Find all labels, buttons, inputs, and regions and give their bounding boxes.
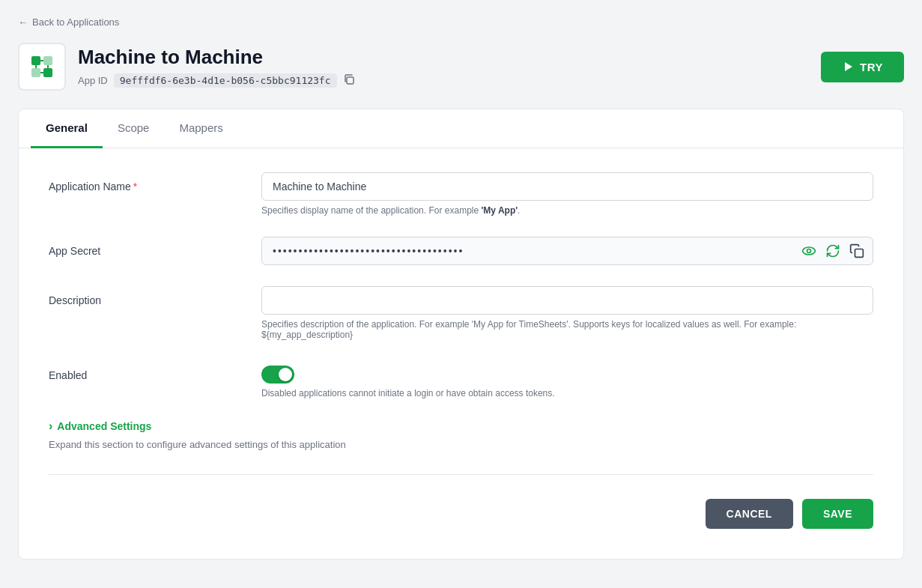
input-col-app-name: Specifies display name of the applicatio… <box>261 172 873 216</box>
reveal-secret-button[interactable] <box>800 242 818 260</box>
description-input[interactable] <box>261 286 873 315</box>
toggle-wrapper <box>261 361 873 384</box>
app-header-left: Machine to Machine App ID 9efffdf6-6e3b-… <box>18 43 355 91</box>
cancel-button[interactable]: CANCEL <box>706 499 793 529</box>
regenerate-secret-button[interactable] <box>824 242 842 260</box>
svg-rect-3 <box>43 68 52 77</box>
tabs-header: General Scope Mappers <box>19 109 903 148</box>
app-name-input[interactable] <box>261 172 873 201</box>
input-col-enabled: Disabled applications cannot initiate a … <box>261 361 873 398</box>
back-arrow-icon: ← <box>18 16 28 28</box>
app-id-value: 9efffdf6-6e3b-4d1e-b056-c5bbc91123fc <box>114 73 337 88</box>
secret-actions <box>800 242 866 260</box>
eye-icon <box>801 243 816 258</box>
app-id-row: App ID 9efffdf6-6e3b-4d1e-b056-c5bbc9112… <box>78 73 355 88</box>
app-logo-svg <box>28 53 55 80</box>
svg-rect-8 <box>347 77 354 84</box>
refresh-icon <box>825 243 840 258</box>
play-icon <box>842 61 854 73</box>
form-row-app-secret: App Secret <box>49 237 873 265</box>
tab-mappers[interactable]: Mappers <box>164 109 237 148</box>
enabled-toggle[interactable] <box>261 366 294 384</box>
label-col-app-secret: App Secret <box>49 237 243 258</box>
back-link[interactable]: ← Back to Applications <box>18 16 119 28</box>
svg-rect-2 <box>31 68 40 77</box>
chevron-right-icon: › <box>49 419 52 433</box>
svg-rect-1 <box>43 56 52 65</box>
input-col-description: Specifies description of the application… <box>261 286 873 340</box>
form-divider <box>49 474 873 475</box>
back-link-label: Back to Applications <box>32 16 119 28</box>
tabs-card: General Scope Mappers Application Name* … <box>18 109 904 560</box>
description-hint: Specifies description of the application… <box>261 319 873 340</box>
app-icon <box>18 43 66 91</box>
tab-scope[interactable]: Scope <box>103 109 165 148</box>
app-title: Machine to Machine <box>78 46 355 69</box>
svg-marker-9 <box>845 62 852 71</box>
label-col-enabled: Enabled <box>49 361 243 382</box>
app-name-hint: Specifies display name of the applicatio… <box>261 205 873 216</box>
app-title-block: Machine to Machine App ID 9efffdf6-6e3b-… <box>78 46 355 88</box>
app-header: Machine to Machine App ID 9efffdf6-6e3b-… <box>18 43 904 91</box>
secret-input-wrapper <box>261 237 873 265</box>
svg-point-11 <box>807 249 811 253</box>
enabled-label: Enabled <box>49 369 87 381</box>
app-secret-input[interactable] <box>261 237 873 265</box>
try-button-label: TRY <box>860 61 883 73</box>
required-indicator: * <box>133 181 137 193</box>
toggle-slider <box>261 366 294 384</box>
form-actions: CANCEL SAVE <box>49 493 873 529</box>
input-col-app-secret <box>261 237 873 265</box>
form-row-description: Description Specifies description of the… <box>49 286 873 340</box>
copy-app-id-icon[interactable] <box>343 73 355 88</box>
enabled-hint: Disabled applications cannot initiate a … <box>261 388 873 398</box>
svg-rect-0 <box>31 56 40 65</box>
app-name-hint-bold: 'My App' <box>482 205 518 216</box>
svg-point-10 <box>803 247 816 255</box>
advanced-settings-desc: Expand this section to configure advance… <box>49 439 873 450</box>
label-col-app-name: Application Name* <box>49 172 243 193</box>
app-name-label: Application Name* <box>49 181 137 193</box>
try-button[interactable]: TRY <box>821 52 904 82</box>
advanced-settings-section: › Advanced Settings Expand this section … <box>49 419 873 450</box>
advanced-settings-toggle[interactable]: › Advanced Settings <box>49 419 873 433</box>
copy-icon <box>849 243 864 258</box>
svg-rect-12 <box>855 249 864 258</box>
app-id-label: App ID <box>78 75 108 86</box>
form-row-app-name: Application Name* Specifies display name… <box>49 172 873 216</box>
tab-content-general: Application Name* Specifies display name… <box>19 148 903 559</box>
form-row-enabled: Enabled Disabled applications cannot ini… <box>49 361 873 398</box>
app-secret-label: App Secret <box>49 245 100 257</box>
label-col-description: Description <box>49 286 243 307</box>
copy-secret-button[interactable] <box>848 242 866 260</box>
advanced-settings-label: Advanced Settings <box>57 420 151 432</box>
save-button[interactable]: SAVE <box>802 499 873 529</box>
tab-general[interactable]: General <box>31 109 103 148</box>
description-label: Description <box>49 294 101 306</box>
